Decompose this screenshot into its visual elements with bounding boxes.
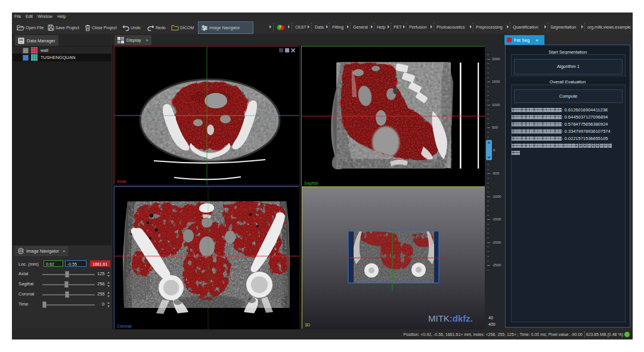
svg-text:Sagittal: Sagittal: [304, 181, 318, 186]
svg-text:3D: 3D: [305, 323, 310, 327]
svg-text:Coronal: Coronal: [117, 324, 132, 328]
svg-text:MITK:dkfz.: MITK:dkfz.: [428, 313, 473, 323]
svg-text:Axial: Axial: [117, 179, 126, 183]
